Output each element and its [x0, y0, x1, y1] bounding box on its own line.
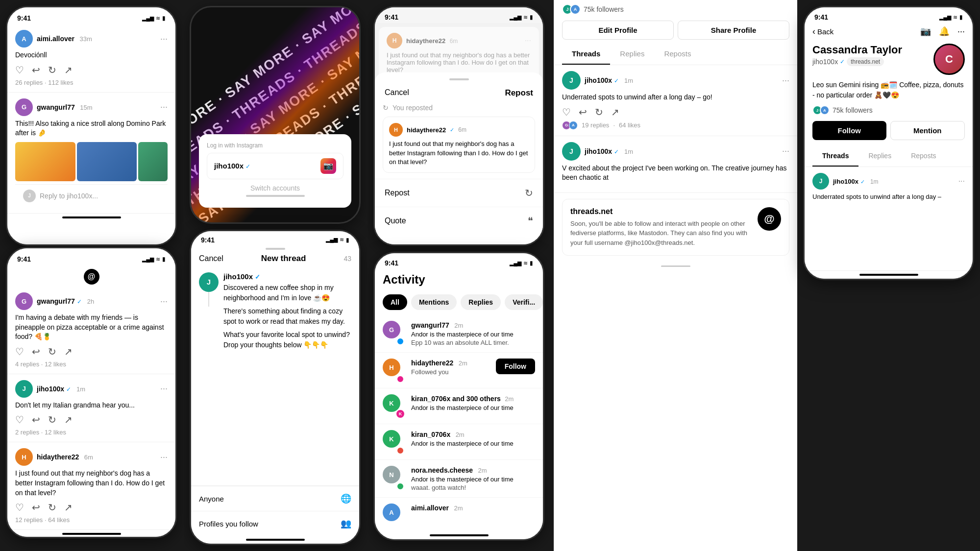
like-icon-2[interactable]: ♡ [15, 346, 24, 358]
repost-icon-3[interactable]: ↻ [48, 414, 56, 426]
composer-text2[interactable]: There's something about finding a cozy s… [223, 306, 351, 327]
ppost2-more[interactable]: ··· [782, 146, 789, 156]
privacy-anyone[interactable]: Anyone 🌐 [191, 486, 359, 511]
cass-tab-threads[interactable]: Threads [812, 146, 858, 167]
reply-icon-2[interactable]: ↩ [32, 346, 40, 358]
bg-more: ··· [525, 36, 531, 45]
filter-verified[interactable]: Verifi... [505, 294, 543, 310]
battery-icon-1b: ▮ [162, 256, 166, 263]
fediverse-title: threads.net [570, 207, 752, 216]
battery-icon: ▮ [162, 15, 166, 22]
more-btn-hiday[interactable]: ··· [160, 452, 168, 462]
cassandra-action-btns: Follow Mention [805, 121, 973, 140]
instagram-link-icon[interactable]: 📷 [920, 26, 931, 37]
quote-action-icon: ❝ [528, 215, 533, 227]
switch-accounts-btn[interactable]: Switch accounts [207, 179, 343, 192]
like-icon[interactable]: ♡ [15, 64, 24, 76]
cass-fol-av2: A [820, 105, 830, 115]
share-icon-2[interactable]: ↗ [64, 346, 73, 358]
home-indicator-composer [246, 539, 305, 541]
profiles-label: Profiles you follow [199, 520, 258, 528]
composer-text3[interactable]: What's your favorite local spot to unwin… [223, 330, 351, 350]
repost-cancel[interactable]: Cancel [385, 88, 409, 98]
reply-icon-4[interactable]: ↩ [32, 502, 40, 513]
cass-post-more[interactable]: ··· [958, 177, 965, 186]
cassandra-followers: J A 75k followers [805, 105, 973, 121]
ellipsis-icon[interactable]: ··· [957, 26, 965, 37]
activity-avatars-4: K [383, 430, 406, 454]
av4-main: K [383, 430, 400, 448]
more-btn-gwang[interactable]: ··· [160, 102, 168, 112]
share-icon[interactable]: ↗ [64, 64, 73, 76]
ppost1-reply-count: 19 replies [582, 121, 609, 129]
activity-filters: All Mentions Replies Verifi... [375, 289, 543, 315]
profile-panel: J A 75k followers Edit Profile Share Pro… [554, 0, 797, 551]
like-icon-3[interactable]: ♡ [15, 414, 24, 426]
status-time-1b: 9:41 [17, 255, 31, 263]
activity-item-1: G gwangurl77 2m Andor is the masterpiece… [375, 315, 543, 353]
cassandra-profile-info: Cassandra Taylor jiho100x ✓ threads.net … [805, 40, 973, 79]
post-actions-gwang2: ♡ ↩ ↻ ↗ [15, 346, 168, 358]
reply-icon[interactable]: ↩ [32, 64, 40, 76]
reply-icon-3[interactable]: ↩ [32, 414, 40, 426]
repost-icon-4[interactable]: ↻ [48, 502, 56, 513]
filter-all[interactable]: All [383, 294, 407, 310]
repost-icon-2[interactable]: ↻ [48, 346, 56, 358]
ppost1-like[interactable]: ♡ [562, 106, 571, 118]
wifi-repost: ≋ [523, 14, 528, 21]
like-icon-4[interactable]: ♡ [15, 502, 24, 513]
cassandra-follow-btn[interactable]: Follow [812, 121, 886, 140]
act2-user: hidaythere22 [411, 359, 453, 367]
repost-orig-verified: ✓ [450, 127, 454, 133]
quote-action[interactable]: Quote ❝ [375, 207, 543, 235]
followers-row: J A 75k followers [554, 0, 797, 17]
edit-profile-btn[interactable]: Edit Profile [562, 21, 674, 40]
battery-cassandra: ▮ [959, 14, 963, 21]
tab-reposts[interactable]: Reposts [654, 44, 701, 65]
more-btn-aimi[interactable]: ··· [160, 34, 168, 44]
profile-post-1: J jiho100x ✓ 1m ··· Underrated spots to … [554, 65, 797, 136]
ppost2-avatar: J [562, 142, 581, 161]
cassandra-mention-btn[interactable]: Mention [890, 121, 965, 140]
share-icon-3[interactable]: ↗ [64, 414, 73, 426]
reply-bar-gwang[interactable]: J Reply to jiho100x... [15, 184, 168, 207]
ppost1-share[interactable]: ↗ [611, 106, 619, 118]
tab-threads[interactable]: Threads [562, 44, 610, 65]
repost-icon[interactable]: ↻ [48, 64, 56, 76]
home-indicator-brand [246, 195, 305, 197]
repost-action[interactable]: Repost ↻ [375, 179, 543, 207]
tab-replies[interactable]: Replies [610, 44, 654, 65]
share-icon-4[interactable]: ↗ [64, 502, 73, 513]
phone-brand: SAY MORE · SAY MORE · SAY MORE THREADS ·… [190, 6, 361, 224]
reply-placeholder: Reply to jiho100x... [40, 192, 98, 200]
av2-main: H [383, 359, 400, 376]
threads-logo-center: @ [7, 265, 175, 287]
composer-text1[interactable]: Discovered a new coffee shop in my neigh… [223, 283, 351, 303]
av6-main: A [383, 503, 400, 521]
thread-line [208, 292, 209, 307]
filter-replies[interactable]: Replies [461, 294, 501, 310]
signal-icon: ▂▄▆ [142, 15, 154, 22]
filter-mentions[interactable]: Mentions [411, 294, 457, 310]
login-ig-btn[interactable]: jiho100x ✓ 📷 [207, 153, 343, 179]
share-profile-btn[interactable]: Share Profile [678, 21, 789, 40]
cass-tab-reposts[interactable]: Reposts [901, 146, 946, 167]
follow-button-activity[interactable]: Follow [496, 359, 535, 374]
anyone-label: Anyone [199, 495, 224, 503]
ppost1-reply[interactable]: ↩ [579, 106, 587, 118]
more-btn-jiho[interactable]: ··· [160, 383, 168, 394]
cancel-btn[interactable]: Cancel [199, 254, 223, 263]
more-btn-gwang2[interactable]: ··· [160, 296, 168, 307]
bell-icon[interactable]: 🔔 [939, 26, 950, 37]
repost-orig-avatar: H [389, 123, 403, 137]
verified-gwang2: ✓ [77, 298, 82, 305]
cass-tab-replies[interactable]: Replies [858, 146, 901, 167]
cassandra-verified: ✓ [840, 58, 845, 65]
char-count: 43 [343, 255, 351, 263]
privacy-profiles[interactable]: Profiles you follow 👥 [191, 511, 359, 536]
back-button[interactable]: ‹ Back [812, 26, 833, 37]
ppost1-repost[interactable]: ↻ [595, 106, 603, 118]
cassandra-handle-row: jiho100x ✓ threads.net [812, 57, 902, 66]
composer-verified: ✓ [255, 273, 260, 281]
ppost1-more[interactable]: ··· [782, 75, 789, 86]
